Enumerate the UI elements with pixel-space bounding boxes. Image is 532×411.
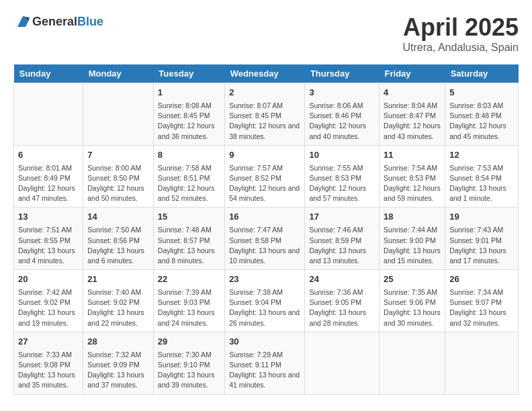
day-number: 12 [449,149,514,162]
day-number: 25 [384,273,441,286]
day-number: 10 [309,149,375,162]
cell-content: Sunrise: 7:29 AM Sunset: 9:11 PM Dayligh… [229,350,300,391]
day-number: 6 [18,149,79,162]
calendar-cell: 16Sunrise: 7:47 AM Sunset: 8:58 PM Dayli… [225,208,305,270]
calendar-cell: 17Sunrise: 7:46 AM Sunset: 8:59 PM Dayli… [305,208,380,270]
cell-content: Sunrise: 7:58 AM Sunset: 8:51 PM Dayligh… [158,163,220,204]
logo-icon [15,13,31,30]
day-number: 3 [309,87,375,99]
cell-content: Sunrise: 7:51 AM Sunset: 8:55 PM Dayligh… [18,225,79,266]
day-number: 14 [87,211,149,224]
calendar-cell: 12Sunrise: 7:53 AM Sunset: 8:54 PM Dayli… [445,145,519,208]
cell-content: Sunrise: 7:47 AM Sunset: 8:58 PM Dayligh… [229,225,300,266]
calendar-week-row: 6Sunrise: 8:01 AM Sunset: 8:49 PM Daylig… [14,145,519,208]
day-number: 22 [158,273,220,286]
calendar-cell: 30Sunrise: 7:29 AM Sunset: 9:11 PM Dayli… [225,332,305,394]
logo-general: General [32,15,77,28]
main-title: April 2025 [402,13,519,42]
cell-content: Sunrise: 8:08 AM Sunset: 8:45 PM Dayligh… [158,101,220,142]
calendar-cell: 19Sunrise: 7:43 AM Sunset: 9:01 PM Dayli… [445,208,519,270]
calendar-cell: 2Sunrise: 8:07 AM Sunset: 8:45 PM Daylig… [225,83,305,146]
cell-content: Sunrise: 8:04 AM Sunset: 8:47 PM Dayligh… [384,101,441,142]
cell-content: Sunrise: 7:57 AM Sunset: 8:52 PM Dayligh… [229,163,300,204]
cell-content: Sunrise: 8:07 AM Sunset: 8:45 PM Dayligh… [229,101,300,142]
cell-content: Sunrise: 7:35 AM Sunset: 9:06 PM Dayligh… [384,287,441,328]
cell-content: Sunrise: 7:40 AM Sunset: 9:02 PM Dayligh… [87,287,149,328]
cell-content: Sunrise: 7:33 AM Sunset: 9:08 PM Dayligh… [18,350,79,391]
cell-content: Sunrise: 7:38 AM Sunset: 9:04 PM Dayligh… [229,287,300,328]
calendar-cell: 13Sunrise: 7:51 AM Sunset: 8:55 PM Dayli… [14,208,83,270]
weekday-header: Friday [380,64,445,83]
calendar-table: SundayMondayTuesdayWednesdayThursdayFrid… [13,64,519,395]
cell-content: Sunrise: 8:06 AM Sunset: 8:46 PM Dayligh… [309,101,375,142]
day-number: 28 [87,336,149,349]
calendar-cell: 26Sunrise: 7:34 AM Sunset: 9:07 PM Dayli… [445,270,519,332]
day-number: 18 [384,211,441,224]
cell-content: Sunrise: 7:32 AM Sunset: 9:09 PM Dayligh… [87,350,149,391]
calendar-cell: 27Sunrise: 7:33 AM Sunset: 9:08 PM Dayli… [14,332,83,394]
calendar-header-row: SundayMondayTuesdayWednesdayThursdayFrid… [14,64,519,83]
cell-content: Sunrise: 7:44 AM Sunset: 9:00 PM Dayligh… [384,225,441,266]
weekday-header: Monday [83,64,154,83]
calendar-cell: 4Sunrise: 8:04 AM Sunset: 8:47 PM Daylig… [380,83,445,146]
weekday-header: Tuesday [153,64,224,83]
calendar-cell: 18Sunrise: 7:44 AM Sunset: 9:00 PM Dayli… [380,208,445,270]
weekday-header: Saturday [445,64,519,83]
calendar-cell: 9Sunrise: 7:57 AM Sunset: 8:52 PM Daylig… [225,145,305,208]
cell-content: Sunrise: 7:36 AM Sunset: 9:05 PM Dayligh… [309,287,375,328]
calendar-cell: 15Sunrise: 7:48 AM Sunset: 8:57 PM Dayli… [153,208,224,270]
calendar-cell: 25Sunrise: 7:35 AM Sunset: 9:06 PM Dayli… [380,270,445,332]
calendar-cell: 11Sunrise: 7:54 AM Sunset: 8:53 PM Dayli… [380,145,445,208]
page-header: GeneralBlue April 2025 Utrera, Andalusia… [13,13,519,54]
cell-content: Sunrise: 7:30 AM Sunset: 9:10 PM Dayligh… [158,350,220,391]
calendar-cell: 28Sunrise: 7:32 AM Sunset: 9:09 PM Dayli… [83,332,154,394]
day-number: 11 [384,149,441,162]
weekday-header: Wednesday [225,64,305,83]
logo-blue: Blue [77,15,103,28]
day-number: 30 [229,336,300,349]
day-number: 7 [87,149,149,162]
day-number: 9 [229,149,300,162]
calendar-cell [445,332,519,394]
day-number: 29 [158,336,220,349]
cell-content: Sunrise: 7:34 AM Sunset: 9:07 PM Dayligh… [449,287,514,328]
cell-content: Sunrise: 7:46 AM Sunset: 8:59 PM Dayligh… [309,225,375,266]
calendar-week-row: 20Sunrise: 7:42 AM Sunset: 9:02 PM Dayli… [14,270,519,332]
calendar-cell [305,332,380,394]
day-number: 19 [449,211,514,224]
cell-content: Sunrise: 7:42 AM Sunset: 9:02 PM Dayligh… [18,287,79,328]
calendar-cell: 29Sunrise: 7:30 AM Sunset: 9:10 PM Dayli… [153,332,224,394]
day-number: 16 [229,211,300,224]
cell-content: Sunrise: 7:55 AM Sunset: 8:53 PM Dayligh… [309,163,375,204]
cell-content: Sunrise: 7:39 AM Sunset: 9:03 PM Dayligh… [158,287,220,328]
cell-content: Sunrise: 7:50 AM Sunset: 8:56 PM Dayligh… [87,225,149,266]
calendar-cell: 22Sunrise: 7:39 AM Sunset: 9:03 PM Dayli… [153,270,224,332]
calendar-cell: 21Sunrise: 7:40 AM Sunset: 9:02 PM Dayli… [83,270,154,332]
day-number: 20 [18,273,79,286]
calendar-cell: 7Sunrise: 8:00 AM Sunset: 8:50 PM Daylig… [83,145,154,208]
calendar-cell: 5Sunrise: 8:03 AM Sunset: 8:48 PM Daylig… [445,83,519,146]
weekday-header: Sunday [14,64,83,83]
cell-content: Sunrise: 8:03 AM Sunset: 8:48 PM Dayligh… [449,101,514,142]
weekday-header: Thursday [305,64,380,83]
day-number: 26 [449,273,514,286]
day-number: 27 [18,336,79,349]
calendar-cell: 14Sunrise: 7:50 AM Sunset: 8:56 PM Dayli… [83,208,154,270]
day-number: 5 [449,87,514,99]
day-number: 24 [309,273,375,286]
day-number: 23 [229,273,300,286]
calendar-cell: 23Sunrise: 7:38 AM Sunset: 9:04 PM Dayli… [225,270,305,332]
calendar-cell: 1Sunrise: 8:08 AM Sunset: 8:45 PM Daylig… [153,83,224,146]
calendar-cell: 8Sunrise: 7:58 AM Sunset: 8:51 PM Daylig… [153,145,224,208]
day-number: 13 [18,211,79,224]
day-number: 1 [158,87,220,99]
day-number: 21 [87,273,149,286]
cell-content: Sunrise: 8:00 AM Sunset: 8:50 PM Dayligh… [87,163,149,204]
logo: GeneralBlue [13,13,103,30]
calendar-cell [380,332,445,394]
day-number: 15 [158,211,220,224]
title-block: April 2025 Utrera, Andalusia, Spain [402,13,519,54]
cell-content: Sunrise: 8:01 AM Sunset: 8:49 PM Dayligh… [18,163,79,204]
calendar-week-row: 13Sunrise: 7:51 AM Sunset: 8:55 PM Dayli… [14,208,519,270]
cell-content: Sunrise: 7:48 AM Sunset: 8:57 PM Dayligh… [158,225,220,266]
